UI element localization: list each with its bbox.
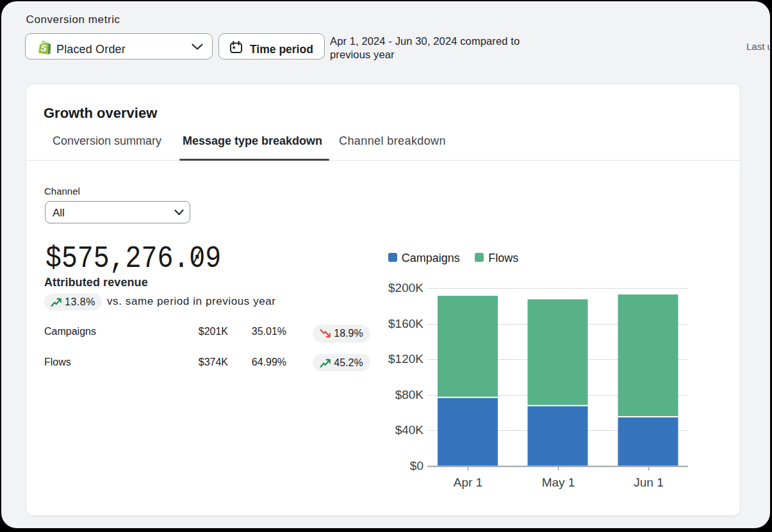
svg-text:$160K: $160K bbox=[388, 317, 423, 330]
svg-text:$200K: $200K bbox=[388, 281, 423, 294]
svg-text:Flows: Flows bbox=[488, 252, 518, 264]
svg-text:$40K: $40K bbox=[395, 423, 424, 437]
svg-text:May 1: May 1 bbox=[542, 476, 575, 489]
svg-text:$80K: $80K bbox=[395, 388, 424, 401]
svg-text:Apr 1: Apr 1 bbox=[454, 476, 482, 489]
svg-text:$120K: $120K bbox=[388, 352, 423, 366]
svg-text:$0: $0 bbox=[410, 459, 423, 472]
svg-text:Campaigns: Campaigns bbox=[402, 252, 460, 264]
svg-text:Jun 1: Jun 1 bbox=[634, 476, 663, 489]
svg-text:S: S bbox=[41, 43, 47, 53]
